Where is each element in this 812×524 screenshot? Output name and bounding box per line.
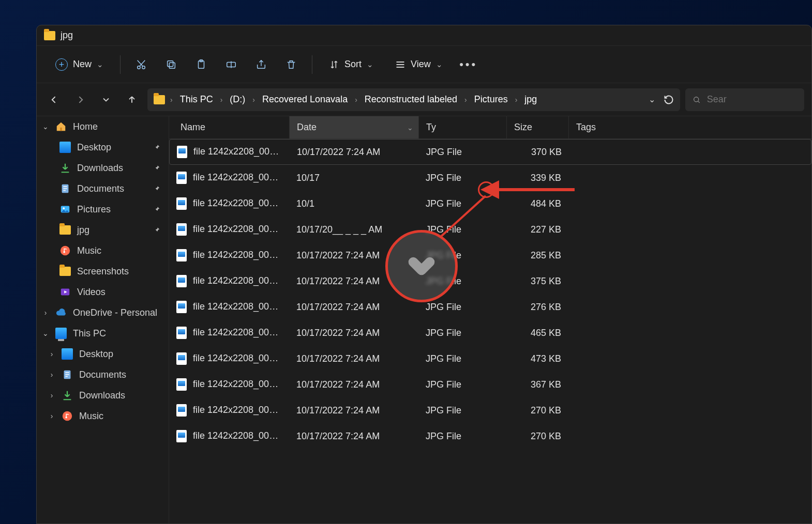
file-row[interactable]: file 1242x2208_000... 10/17/2022 7:24 AM… — [169, 346, 811, 372]
file-row[interactable]: file 1242x2208_000... 10/17/2022 7:24 AM… — [169, 397, 811, 423]
chevron-down-icon[interactable]: ⌄ — [407, 124, 413, 132]
sidebar-item-videos[interactable]: Videos — [37, 282, 169, 302]
breadcrumb[interactable]: Pictures — [472, 92, 510, 107]
svg-rect-21 — [65, 376, 68, 377]
sidebar-item-screenshots[interactable]: Screenshots — [37, 261, 169, 282]
file-icon — [176, 301, 187, 313]
new-button[interactable]: + New ⌄ — [47, 54, 112, 75]
file-row[interactable]: file 1242x2208_000... 10/17/2022 7:24 AM… — [169, 294, 811, 320]
svg-point-16 — [63, 251, 65, 253]
chevron-right-icon[interactable]: › — [48, 371, 55, 379]
forward-button[interactable] — [70, 89, 91, 110]
sidebar-item-home[interactable]: ⌄Home — [37, 116, 169, 137]
column-header-name[interactable]: Name — [169, 116, 289, 138]
sort-button-label: Sort — [344, 59, 362, 70]
sort-button[interactable]: Sort ⌄ — [321, 54, 382, 75]
breadcrumb[interactable]: Recovered Lonavala — [260, 92, 350, 107]
file-size-cell: 285 KB — [506, 250, 568, 261]
folder-icon — [44, 30, 55, 41]
file-pane: Name Date⌄ Ty Size Tags file 1242x2208_0… — [169, 116, 811, 523]
file-row[interactable]: file 1242x2208_000... 10/17/2022 7:24 AM… — [169, 423, 811, 449]
music-icon — [62, 410, 73, 422]
copy-button[interactable] — [159, 54, 184, 75]
file-row[interactable]: file 1242x2208_000... 10/17/2022 7:24 AM… — [169, 268, 811, 294]
sidebar-item-pc-documents[interactable]: ›Documents — [37, 364, 169, 385]
column-header-date[interactable]: Date⌄ — [289, 116, 418, 138]
address-dropdown-icon[interactable]: ⌄ — [649, 95, 655, 104]
breadcrumb[interactable]: Reconstructed labeled — [363, 92, 459, 107]
rename-button[interactable] — [219, 54, 244, 75]
pin-icon — [153, 206, 160, 213]
sidebar-item-documents[interactable]: Documents — [37, 178, 169, 199]
file-date-cell: 10/17/2022 7:24 AM — [290, 147, 419, 158]
file-row[interactable]: file 1242x2208_000... 10/17/2022 7:24 AM… — [169, 320, 811, 346]
file-row[interactable]: file 1242x2208_000... 10/17/2022 7:24 AM… — [169, 139, 811, 165]
home-icon — [55, 121, 67, 132]
sidebar-item-downloads[interactable]: Downloads — [37, 158, 169, 178]
file-row[interactable]: file 1242x2208_000... 10/1 JPG File 484 … — [169, 191, 811, 217]
pin-icon — [153, 185, 160, 192]
paste-button[interactable] — [189, 54, 214, 75]
chevron-down-icon[interactable]: ⌄ — [42, 329, 49, 337]
svg-rect-8 — [60, 128, 62, 131]
chevron-right-icon[interactable]: › — [48, 350, 55, 358]
file-icon — [176, 172, 187, 184]
pin-icon — [153, 226, 160, 234]
file-type-cell: JPG File — [418, 353, 506, 364]
file-icon — [176, 404, 187, 417]
column-header-tags[interactable]: Tags — [568, 116, 811, 138]
file-row[interactable]: file 1242x2208_000... 10/17/20__ _ _ _ A… — [169, 217, 811, 242]
svg-rect-10 — [63, 186, 67, 187]
sidebar-item-onedrive[interactable]: ›OneDrive - Personal — [37, 302, 169, 323]
share-button[interactable] — [249, 54, 274, 75]
titlebar[interactable]: jpg — [37, 25, 811, 46]
svg-rect-19 — [65, 372, 69, 373]
file-row[interactable]: file 1242x2208_000... 10/17/2022 7:24 AM… — [169, 242, 811, 268]
chevron-right-icon: › — [464, 96, 467, 104]
address-bar[interactable]: › This PC › (D:) › Recovered Lonavala › … — [147, 88, 680, 111]
sidebar-item-desktop[interactable]: Desktop — [37, 137, 169, 158]
documents-icon — [59, 183, 71, 194]
file-name-cell: file 1242x2208_000... — [170, 146, 290, 158]
chevron-right-icon[interactable]: › — [42, 309, 49, 317]
breadcrumb[interactable]: jpg — [522, 92, 539, 107]
sidebar-item-pc-desktop[interactable]: ›Desktop — [37, 344, 169, 364]
column-header-size[interactable]: Size — [506, 116, 568, 138]
sidebar-item-pc-downloads[interactable]: ›Downloads — [37, 385, 169, 406]
file-name-cell: file 1242x2208_000... — [169, 352, 289, 365]
delete-button[interactable] — [279, 54, 304, 75]
sidebar: ⌄HomeDesktopDownloadsDocumentsPicturesjp… — [37, 116, 169, 523]
sidebar-item-pc-music[interactable]: ›Music — [37, 406, 169, 426]
sidebar-item-music[interactable]: Music — [37, 240, 169, 261]
chevron-right-icon: › — [355, 96, 357, 104]
chevron-down-icon: ⌄ — [367, 60, 373, 69]
sidebar-item-thispc[interactable]: ⌄This PC — [37, 323, 169, 344]
sidebar-item-pictures[interactable]: Pictures — [37, 199, 169, 220]
chevron-right-icon[interactable]: › — [48, 412, 55, 420]
back-button[interactable] — [44, 89, 65, 110]
file-name-cell: file 1242x2208_000... — [169, 249, 289, 261]
up-button[interactable] — [122, 89, 142, 110]
sidebar-item-jpg[interactable]: jpg — [37, 220, 169, 240]
chevron-right-icon: › — [220, 96, 223, 104]
breadcrumb[interactable]: (D:) — [228, 92, 247, 107]
chevron-down-icon[interactable]: ⌄ — [42, 122, 49, 131]
separator — [312, 55, 312, 74]
more-button[interactable]: ••• — [456, 54, 481, 75]
chevron-right-icon[interactable]: › — [48, 391, 55, 399]
search-input[interactable] — [706, 94, 797, 105]
search-box[interactable] — [685, 88, 804, 111]
cut-button[interactable] — [129, 54, 154, 75]
refresh-icon[interactable] — [664, 95, 674, 105]
file-row[interactable]: file 1242x2208_000... 10/17 JPG File 339… — [169, 165, 811, 191]
file-name-cell: file 1242x2208_000... — [169, 301, 289, 313]
plus-circle-icon: + — [55, 58, 68, 71]
recent-locations-button[interactable] — [96, 89, 116, 110]
view-button[interactable]: View ⌄ — [387, 54, 451, 75]
separator — [120, 55, 121, 74]
column-header-type[interactable]: Ty — [418, 116, 506, 138]
breadcrumb[interactable]: This PC — [178, 92, 215, 107]
file-row[interactable]: file 1242x2208_000... 10/17/2022 7:24 AM… — [169, 372, 811, 397]
file-type-cell: JPG File — [418, 405, 506, 416]
file-size-cell: 227 KB — [506, 224, 568, 235]
